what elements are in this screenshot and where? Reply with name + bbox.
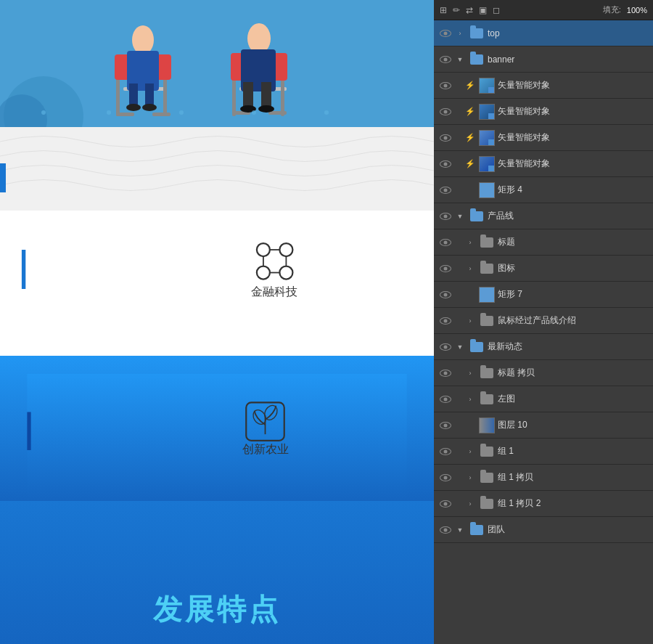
visibility-toggle[interactable] [437,491,454,517]
visibility-toggle[interactable] [437,99,454,125]
svg-rect-34 [22,211,412,341]
layer-thumbnail [479,470,495,486]
smart-object-badge [488,87,494,93]
visibility-toggle[interactable] [437,465,454,491]
eye-icon [440,160,451,168]
expand-button[interactable]: › [464,256,476,282]
lock-icon[interactable]: ◻ [493,5,500,15]
visibility-toggle[interactable] [437,334,454,360]
layer-row[interactable]: ▼banner [434,46,653,73]
chain-icon: ⚡ [464,107,476,116]
layer-row[interactable]: 图层 10 [434,412,653,439]
visibility-toggle[interactable] [437,203,454,229]
eye-icon [440,134,451,142]
smart-object-thumbnail [479,156,495,172]
banner-illustration [0,0,434,127]
layer-thumbnail [479,365,495,381]
visibility-toggle[interactable] [437,386,454,412]
visibility-toggle[interactable] [437,439,454,465]
expand-button[interactable]: › [464,386,476,412]
layer-name: 鼠标经过产品线介绍 [498,314,650,327]
layer-name: 最新动态 [488,341,650,353]
eye-icon [440,526,451,534]
eye-icon [440,82,451,89]
smart-object-thumbnail [479,78,495,94]
layer-row[interactable]: ›鼠标经过产品线介绍 [434,308,653,334]
svg-rect-32 [0,127,434,211]
layer-thumbnail [479,235,495,250]
expand-button[interactable]: › [464,229,476,256]
layer-row[interactable]: ›组 1 拷贝 [434,465,653,491]
expand-button[interactable]: ▼ [454,203,466,229]
layer-thumbnail [479,417,495,433]
visibility-toggle[interactable] [437,256,454,282]
visibility-toggle[interactable] [437,308,454,334]
svg-point-30 [252,110,256,115]
svg-point-29 [179,110,184,115]
layer-row[interactable]: ⚡矢量智能对象 [434,125,653,151]
layer-row[interactable]: 矩形 4 [434,177,653,203]
layer-row[interactable]: ›标题 拷贝 [434,360,653,386]
svg-rect-33 [0,163,6,192]
layer-row[interactable]: ›top [434,20,653,46]
expand-button[interactable]: › [464,465,476,491]
visibility-toggle[interactable] [437,282,454,308]
layer-row[interactable]: ⚡矢量智能对象 [434,151,653,177]
svg-rect-16 [232,76,236,116]
folder-icon [470,342,483,352]
expand-button[interactable]: ▼ [454,46,466,73]
layer-row[interactable]: 矩形 7 [434,282,653,308]
folder-icon [480,316,493,326]
svg-rect-11 [129,83,138,105]
expand-button[interactable]: ▼ [454,517,466,543]
svg-point-26 [258,105,274,113]
svg-text:金融科技: 金融科技 [251,285,297,298]
expand-button[interactable]: › [464,308,476,334]
grid-icon[interactable]: ⊞ [440,5,447,15]
layer-row[interactable]: ⚡矢量智能对象 [434,99,653,125]
visibility-toggle[interactable] [437,517,454,543]
layer-row[interactable]: ›左图 [434,386,653,412]
visibility-toggle[interactable] [437,177,454,203]
smart-object-badge [488,166,494,171]
expand-button[interactable]: › [454,20,466,46]
layer-thumbnail [479,78,495,94]
layer-name: 矩形 4 [498,184,650,196]
visibility-toggle[interactable] [437,412,454,439]
visibility-toggle[interactable] [437,360,454,386]
visibility-toggle[interactable] [437,151,454,177]
chain-icon: ⚡ [464,159,476,168]
layer-thumbnail [479,287,495,303]
visibility-toggle[interactable] [437,73,454,99]
layer-thumbnail [479,104,495,120]
chain-icon: ⚡ [464,133,476,142]
layer-row[interactable]: ▼团队 [434,517,653,543]
visibility-toggle[interactable] [437,125,454,151]
expand-button[interactable]: › [464,491,476,517]
folder-icon [480,237,493,248]
gradient-thumbnail [479,417,495,433]
layer-row[interactable]: ›组 1 [434,439,653,465]
link-icon[interactable]: ⇄ [466,5,473,15]
visibility-toggle[interactable] [437,229,454,256]
layer-row[interactable]: ▼产品线 [434,203,653,229]
eye-icon [440,474,451,481]
expand-button[interactable]: › [464,360,476,386]
svg-rect-23 [243,82,253,107]
layer-row[interactable]: ⚡矢量智能对象 [434,73,653,99]
layer-name: 团队 [488,523,650,536]
panel-toolbar: ⊞ ✏ ⇄ ▣ ◻ 填充: 100% [434,0,653,20]
expand-button[interactable]: ▼ [454,334,466,360]
layer-row[interactable]: ›图标 [434,256,653,282]
layer-row[interactable]: ▼最新动态 [434,334,653,360]
eye-icon [440,291,451,298]
layer-row[interactable]: ›标题 [434,229,653,256]
frame-icon[interactable]: ▣ [479,5,487,15]
brush-icon[interactable]: ✏ [453,5,460,15]
expand-button[interactable]: › [464,439,476,465]
layer-row[interactable]: ›组 1 拷贝 2 [434,491,653,517]
visibility-toggle[interactable] [437,46,454,73]
visibility-toggle[interactable] [437,20,454,46]
layer-thumbnail [479,182,495,198]
canvas-blue-section: 创新农业 [0,356,434,501]
